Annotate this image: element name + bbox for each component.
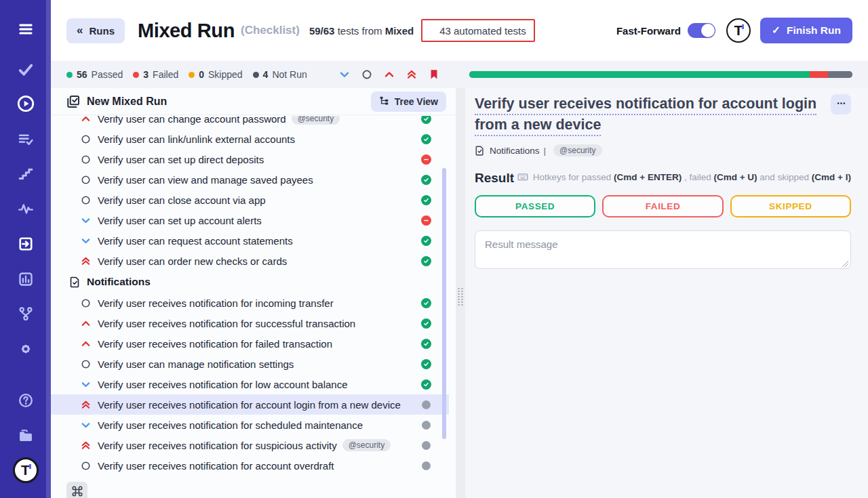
page-subtitle: (Checklist) — [241, 24, 300, 37]
test-row[interactable]: Verify user can link/unlink external acc… — [51, 129, 449, 149]
analytics-icon[interactable] — [0, 264, 51, 295]
priority-circle-icon — [81, 195, 92, 205]
skipped-button[interactable]: SKIPPED — [730, 195, 851, 217]
back-to-runs-button[interactable]: « Runs — [66, 18, 125, 43]
check-icon[interactable] — [0, 54, 51, 85]
skipped-dot-icon — [189, 72, 195, 78]
double-chevron-left-icon: « — [77, 24, 83, 37]
circle-outline-icon[interactable] — [361, 69, 372, 80]
chevron-up-red-icon[interactable] — [384, 69, 395, 80]
status-passed-icon — [421, 236, 431, 246]
more-actions-button[interactable] — [831, 94, 851, 115]
priority-circle-icon — [81, 461, 92, 471]
status-failed-icon — [421, 154, 431, 165]
section-row[interactable]: Notifications — [51, 271, 449, 293]
fast-forward-toggle[interactable] — [688, 23, 715, 38]
list-scrollbar-thumb[interactable] — [442, 168, 446, 439]
automated-tests-label: 43 automated tests — [439, 25, 526, 37]
checklist-icon[interactable] — [0, 124, 51, 155]
test-row[interactable]: Verify user receives notification for lo… — [51, 374, 449, 394]
command-hotkey-button[interactable] — [66, 482, 87, 498]
test-row[interactable]: Verify user can change account password@… — [51, 116, 449, 129]
test-row[interactable]: Verify user can manage notification sett… — [51, 354, 449, 374]
priority-chevron-down-icon — [81, 420, 92, 430]
play-circle-icon[interactable] — [0, 88, 51, 119]
status-passed-icon — [421, 195, 431, 205]
test-row[interactable]: Verify user receives notification for ac… — [51, 455, 449, 476]
menu-icon[interactable] — [0, 14, 51, 45]
branches-icon[interactable] — [0, 298, 51, 329]
test-row[interactable]: Verify user receives notification for in… — [51, 293, 449, 313]
bookmark-red-icon[interactable] — [429, 69, 439, 80]
priority-chevron-up-icon — [81, 318, 92, 329]
test-row[interactable]: Verify user can view and manage saved pa… — [51, 169, 449, 190]
security-tag[interactable]: @security — [553, 144, 602, 157]
header: « Runs Mixed Run (Checklist) 59/63 tests… — [51, 0, 868, 61]
pulse-icon[interactable] — [0, 193, 51, 224]
hotkeys-hint: Hotkeys for passed (Cmd + ENTER) , faile… — [517, 171, 851, 182]
help-icon[interactable] — [0, 385, 51, 416]
failed-button[interactable]: FAILED — [602, 195, 723, 217]
status-passed-icon — [421, 318, 431, 329]
app-window: T « Runs Mixed Run (Checklist) 59/63 tes… — [0, 0, 868, 498]
double-chevron-up-red-icon[interactable] — [406, 69, 417, 80]
passed-button[interactable]: PASSED — [475, 195, 595, 217]
test-list-panel: New Mixed Run Tree View Verify user can … — [51, 88, 456, 498]
keyboard-icon — [517, 171, 528, 182]
account-logo-button[interactable]: T — [726, 18, 751, 43]
tree-icon — [379, 96, 389, 108]
tree-view-button[interactable]: Tree View — [371, 91, 446, 112]
back-label: Runs — [89, 25, 115, 37]
result-message-input[interactable] — [475, 230, 851, 269]
security-tag: @security — [342, 439, 391, 451]
test-row[interactable]: Verify user can set up account alerts — [51, 210, 449, 230]
chevron-down-blue-icon[interactable] — [339, 69, 350, 80]
status-passed-icon — [421, 339, 431, 349]
finish-run-button[interactable]: ✓ Finish Run — [760, 18, 852, 43]
priority-circle-icon — [81, 298, 92, 308]
test-row[interactable]: Verify user receives notification for su… — [51, 313, 449, 333]
status-passed-icon — [421, 298, 431, 308]
priority-filter-icons — [339, 69, 439, 80]
test-list: Verify user can change account password@… — [51, 116, 449, 498]
result-heading: Result — [475, 171, 514, 186]
run-name: New Mixed Run — [87, 96, 167, 108]
progress-segment-failed — [810, 71, 828, 78]
check-icon: ✓ — [772, 24, 781, 37]
list-panel-header: New Mixed Run Tree View — [51, 88, 456, 115]
failed-dot-icon — [133, 72, 139, 78]
priority-chevron-down-icon — [81, 215, 92, 226]
fast-forward-label: Fast-Forward — [616, 25, 681, 37]
priority-double-chevron-up-icon — [81, 256, 92, 266]
breadcrumb-section[interactable]: Notifications — [490, 146, 540, 156]
priority-circle-icon — [81, 154, 92, 165]
folder-icon[interactable] — [0, 420, 51, 451]
priority-chevron-up-icon — [81, 116, 92, 124]
verdict-buttons: PASSEDFAILEDSKIPPED — [475, 195, 851, 217]
status-not-run-icon — [422, 421, 431, 430]
priority-circle-icon — [81, 134, 92, 144]
status-passed-icon — [421, 379, 431, 390]
test-row[interactable]: Verify user receives notification for su… — [51, 435, 449, 455]
status-not-run-icon — [422, 400, 431, 409]
steps-icon[interactable] — [0, 158, 51, 189]
priority-double-chevron-up-icon — [81, 440, 92, 451]
import-icon[interactable] — [0, 228, 51, 260]
test-row[interactable]: Verify user can close account via app — [51, 190, 449, 210]
settings-gear-icon[interactable] — [0, 333, 51, 365]
test-row[interactable]: Verify user receives notification for fa… — [51, 333, 449, 354]
panel-resizer-handle[interactable] — [456, 88, 465, 498]
test-title: Verify user receives notification for ac… — [475, 94, 846, 136]
test-row-selected[interactable]: Verify user receives notification for ac… — [51, 394, 449, 415]
test-row[interactable]: Verify user can order new checks or card… — [51, 251, 449, 271]
test-breadcrumb: Notifications | @security — [475, 144, 851, 157]
status-not-run-icon — [422, 441, 431, 450]
stat-not-run: 4 Not Run — [253, 69, 307, 80]
test-row[interactable]: Verify user can set up direct deposits — [51, 149, 449, 169]
status-passed-icon — [421, 116, 431, 124]
test-row[interactable]: Verify user can request account statemen… — [51, 230, 449, 251]
app-logo[interactable]: T — [0, 455, 51, 486]
page-title: Mixed Run — [138, 20, 235, 42]
automated-tests-badge[interactable]: 43 automated tests — [421, 19, 535, 42]
test-row[interactable]: Verify user receives notification for sc… — [51, 415, 449, 435]
